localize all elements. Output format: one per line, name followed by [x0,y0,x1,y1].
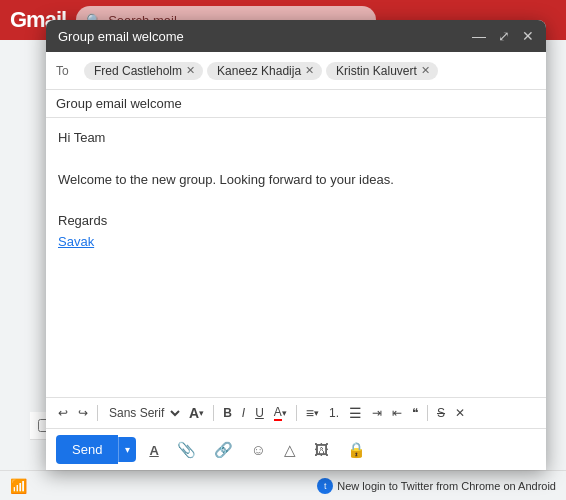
close-compose-icon[interactable]: ✕ [522,28,534,44]
align-button[interactable]: ≡ ▾ [302,402,323,424]
recipient-chip-kristin[interactable]: Kristin Kaluvert ✕ [326,62,438,80]
recipient-chip-fred[interactable]: Fred Castleholm ✕ [84,62,203,80]
quote-icon: ❝ [412,406,418,420]
status-bar-left: 📶 [10,478,317,494]
font-color-icon: A [274,405,282,421]
outdent-button[interactable]: ⇤ [388,403,406,423]
to-field[interactable]: To Fred Castleholm ✕ Kaneez Khadija ✕ Kr… [46,52,546,90]
toolbar-sep-1 [97,405,98,421]
subject-text: Group email welcome [56,96,182,111]
indent-button[interactable]: ⇥ [368,403,386,423]
undo-icon: ↩ [58,406,68,420]
twitter-icon: t [317,478,333,494]
formatting-button[interactable]: A [144,437,163,462]
font-color-arrow: ▾ [282,408,287,418]
body-line-1: Hi Team [58,128,534,149]
send-button[interactable]: Send [56,435,118,464]
strikethrough-icon: S [437,406,445,420]
remove-format-button[interactable]: ✕ [451,403,469,423]
bold-icon: B [223,406,232,420]
redo-icon: ↪ [78,406,88,420]
ordered-list-button[interactable]: 1. [325,403,343,423]
italic-icon: I [242,406,245,420]
body-line-6: Savak [58,232,534,253]
compose-actions: Send ▾ A 📎 🔗 ☺ △ 🖼 🔒 [46,428,546,470]
body-line-2 [58,149,534,170]
redo-button[interactable]: ↪ [74,403,92,423]
font-size-button[interactable]: A ▾ [185,402,208,424]
compose-header[interactable]: Group email welcome — ⤢ ✕ [46,20,546,52]
recipient-name-kaneez: Kaneez Khadija [217,64,301,78]
quote-button[interactable]: ❝ [408,403,422,423]
toolbar-sep-4 [427,405,428,421]
font-size-arrow: ▾ [199,408,204,418]
ordered-list-icon: 1. [329,406,339,420]
align-icon: ≡ [306,405,314,421]
attach-button[interactable]: 📎 [172,437,201,463]
remove-kristin-icon[interactable]: ✕ [421,64,430,77]
recipient-chip-kaneez[interactable]: Kaneez Khadija ✕ [207,62,322,80]
body-line-3: Welcome to the new group. Looking forwar… [58,170,534,191]
italic-button[interactable]: I [238,403,249,423]
minimize-icon[interactable]: — [472,28,486,44]
font-size-icon: A [189,405,199,421]
left-panel [0,40,30,470]
send-group: Send ▾ [56,435,136,464]
to-label: To [56,64,76,78]
remove-kaneez-icon[interactable]: ✕ [305,64,314,77]
maximize-icon[interactable]: ⤢ [498,28,510,44]
compose-header-controls: — ⤢ ✕ [472,28,534,44]
compose-body: To Fred Castleholm ✕ Kaneez Khadija ✕ Kr… [46,52,546,470]
signature-link[interactable]: Savak [58,234,94,249]
unordered-list-icon: ☰ [349,405,362,421]
status-bar: 📶 t New login to Twitter from Chrome on … [0,470,566,500]
compose-modal: Group email welcome — ⤢ ✕ To Fred Castle… [46,20,546,470]
recipient-name-fred: Fred Castleholm [94,64,182,78]
font-family-select[interactable]: Sans Serif Arial Georgia [103,403,183,423]
font-color-button[interactable]: A ▾ [270,402,291,424]
lock-button[interactable]: 🔒 [342,437,371,463]
photo-button[interactable]: 🖼 [309,437,334,462]
indent-icon: ⇥ [372,406,382,420]
toolbar-sep-2 [213,405,214,421]
undo-button[interactable]: ↩ [54,403,72,423]
compose-toolbar: ↩ ↪ Sans Serif Arial Georgia A ▾ B I [46,397,546,428]
email-body[interactable]: Hi Team Welcome to the new group. Lookin… [46,118,546,397]
attach-icon: 📎 [177,441,196,458]
compose-title: Group email welcome [58,29,184,44]
notification-area: t New login to Twitter from Chrome on An… [317,478,556,494]
outdent-icon: ⇤ [392,406,402,420]
link-button[interactable]: 🔗 [209,437,238,463]
toolbar-sep-3 [296,405,297,421]
recipient-name-kristin: Kristin Kaluvert [336,64,417,78]
subject-field[interactable]: Group email welcome [46,90,546,118]
link-icon: 🔗 [214,441,233,458]
align-arrow: ▾ [314,408,319,418]
photo-icon: 🖼 [314,441,329,458]
lock-icon: 🔒 [347,441,366,458]
underline-icon: U [255,406,264,420]
drive-button[interactable]: △ [279,437,301,463]
underline-button[interactable]: U [251,403,268,423]
emoji-icon: ☺ [251,441,266,458]
drive-icon: △ [284,441,296,458]
wifi-icon: 📶 [10,478,27,494]
emoji-button[interactable]: ☺ [246,437,271,462]
remove-fred-icon[interactable]: ✕ [186,64,195,77]
remove-format-icon: ✕ [455,406,465,420]
formatting-icon: A [149,443,158,458]
body-line-4 [58,190,534,211]
notification-text: New login to Twitter from Chrome on Andr… [337,480,556,492]
bold-button[interactable]: B [219,403,236,423]
unordered-list-button[interactable]: ☰ [345,402,366,424]
send-dropdown-button[interactable]: ▾ [118,437,136,462]
strikethrough-button[interactable]: S [433,403,449,423]
body-line-5: Regards [58,211,534,232]
